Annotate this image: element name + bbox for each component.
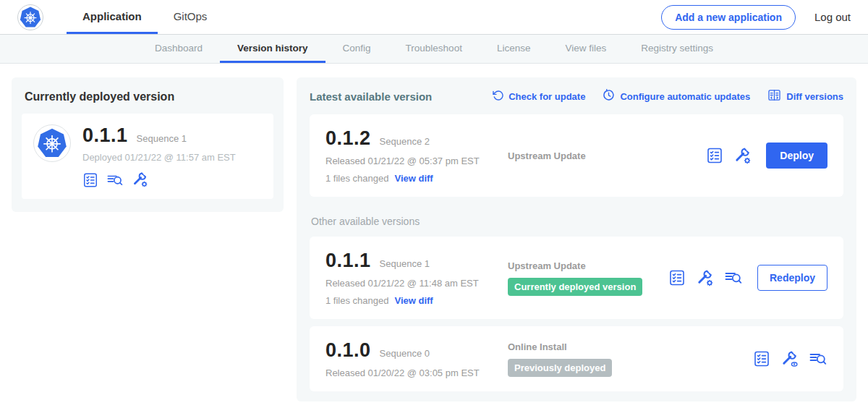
available-versions-panel: Latest available version Check for updat… [297,77,856,401]
deploy-logs-icon[interactable] [106,172,124,188]
topnav-spacer [223,0,661,34]
version-info: 0.1.1 Sequence 1 Released 01/21/22 @ 11:… [326,250,508,306]
files-changed-label: 1 files changed [326,295,388,306]
version-history-page: Currently deployed version 0.1.1 Sequenc… [0,64,868,408]
diff-versions-link[interactable]: Diff versions [767,88,843,104]
deployed-version-info: 0.1.1 Sequence 1 Deployed 01/21/22 @ 11:… [82,124,236,188]
deploy-logs-icon[interactable] [724,269,743,286]
deployed-version-number: 0.1.1 [82,124,128,147]
edit-config-icon[interactable] [733,147,752,165]
add-application-button[interactable]: Add a new application [661,5,796,30]
deployed-sequence: Sequence 1 [137,133,187,144]
version-card-0-1-1: 0.1.1 Sequence 1 Released 01/21/22 @ 11:… [310,237,843,319]
view-config-icon[interactable] [780,350,799,368]
subtab-registry-settings[interactable]: Registry settings [624,35,731,63]
edit-config-icon[interactable] [696,269,714,287]
tab-application-label: Application [82,10,142,22]
top-nav: Application GitOps Add a new application… [0,0,868,35]
currently-deployed-title: Currently deployed version [25,90,271,103]
version-number: 0.1.2 [326,127,371,150]
configure-automatic-updates-link[interactable]: Configure automatic updates [603,89,750,103]
preflight-checks-icon[interactable] [82,172,98,188]
tab-gitops[interactable]: GitOps [158,0,224,34]
logout-button[interactable]: Log out [814,11,851,23]
files-changed-label: 1 files changed [326,173,388,184]
deployed-version-card: 0.1.1 Sequence 1 Deployed 01/21/22 @ 11:… [22,114,273,199]
preflight-checks-icon[interactable] [668,269,686,286]
currently-deployed-badge: Currently deployed version [508,278,642,296]
deploy-button[interactable]: Deploy [766,143,827,169]
view-diff-link[interactable]: View diff [394,295,433,306]
sequence-label: Sequence 0 [380,348,430,359]
version-info: 0.1.0 Sequence 0 Released 01/20/22 @ 03:… [326,339,508,378]
subtab-dashboard[interactable]: Dashboard [137,35,220,63]
released-timestamp: Released 01/21/22 @ 11:48 am EST [326,278,508,289]
diff-icon [767,88,781,104]
deploy-logs-icon[interactable] [809,350,827,367]
subtab-config[interactable]: Config [326,35,388,63]
subtab-version-history[interactable]: Version history [220,35,326,63]
released-timestamp: Released 01/21/22 @ 05:37 pm EST [326,156,508,166]
version-source: Upstream Update Currently deployed versi… [508,260,668,296]
sequence-label: Sequence 2 [380,136,430,147]
other-available-title: Other available versions [311,216,842,227]
tab-application[interactable]: Application [67,0,158,34]
version-card-0-1-0: 0.1.0 Sequence 0 Released 01/20/22 @ 03:… [310,326,843,391]
version-info: 0.1.2 Sequence 2 Released 01/21/22 @ 05:… [326,127,508,184]
currently-deployed-panel: Currently deployed version 0.1.1 Sequenc… [12,77,284,212]
version-card-0-1-2: 0.1.2 Sequence 2 Released 01/21/22 @ 05:… [310,114,843,197]
app-sub-nav: Dashboard Version history Config Trouble… [0,35,868,64]
redeploy-button[interactable]: Redeploy [757,265,827,291]
latest-available-title: Latest available version [310,90,432,103]
version-number: 0.1.0 [326,339,371,362]
sequence-label: Sequence 1 [380,258,430,269]
version-number: 0.1.1 [326,250,371,272]
check-for-update-link[interactable]: Check for update [492,90,585,103]
version-source: Upstream Update [508,150,706,161]
released-timestamp: Released 01/20/22 @ 03:05 pm EST [326,367,508,378]
deployed-timestamp: Deployed 01/21/22 @ 11:57 am EST [82,152,236,163]
subtab-license[interactable]: License [480,35,548,63]
edit-config-icon[interactable] [132,171,148,188]
previously-deployed-badge: Previously deployed [508,359,612,377]
tab-gitops-label: GitOps [174,10,208,22]
refresh-icon [492,90,503,103]
view-diff-link[interactable]: View diff [394,173,433,184]
kubernetes-logo-icon [17,4,43,30]
auto-update-clock-icon [603,89,615,103]
version-source: Online Install Previously deployed [508,341,753,377]
subtab-view-files[interactable]: View files [548,35,624,63]
app-kubernetes-logo-icon [33,124,71,162]
preflight-checks-icon[interactable] [753,350,770,367]
preflight-checks-icon[interactable] [706,147,723,164]
subtab-troubleshoot[interactable]: Troubleshoot [388,35,480,63]
